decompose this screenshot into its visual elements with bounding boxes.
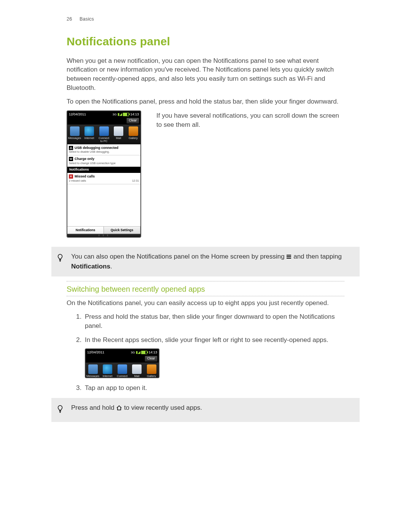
network-type-icon: 3G xyxy=(113,112,117,117)
screenshot-notifications-panel: 12/04/2011 3G ▮◢ 14:13 Clear Messages In… xyxy=(67,110,141,238)
usb-icon: Ψ xyxy=(69,157,73,161)
status-date: 12/04/2011 xyxy=(87,350,104,355)
missed-call-icon: ✕ xyxy=(69,174,73,179)
battery-icon xyxy=(123,113,129,116)
menu-icon xyxy=(286,253,292,262)
subheading: Switching between recently opened apps xyxy=(67,284,344,294)
signal-icon: ▮◢ xyxy=(118,112,122,117)
tip-bulb-icon xyxy=(56,252,64,265)
battery-icon xyxy=(141,351,147,354)
tab-notifications[interactable]: Notifications xyxy=(67,226,104,234)
tip-text: Press and hold to view recently used app… xyxy=(71,403,202,413)
page-title: Notifications panel xyxy=(67,34,344,50)
chapter-name: Basics xyxy=(80,16,94,22)
status-icons: 3G ▮◢ 14:13 xyxy=(113,112,139,117)
signal-icon: ▮◢ xyxy=(136,350,140,355)
recent-apps-row: Messages Internet Connect to PC Mail Gal… xyxy=(86,363,159,379)
status-date: 12/04/2011 xyxy=(69,112,86,117)
step-1: Press and hold the status bar, then slid… xyxy=(83,312,344,331)
recent-app-internet[interactable]: Internet xyxy=(83,126,96,143)
tab-quick-settings[interactable]: Quick Settings xyxy=(104,226,140,234)
steps-list: Press and hold the status bar, then slid… xyxy=(67,312,344,393)
messages-icon xyxy=(88,364,98,374)
tip-text: You can also open the Notifications pane… xyxy=(71,252,354,271)
connect-pc-icon xyxy=(99,126,109,136)
recent-app-connect-pc[interactable]: Connect to PC xyxy=(115,364,129,379)
notification-usb-debugging[interactable]: ⚠USB debugging connected Select to disab… xyxy=(67,144,140,156)
clear-row: Clear xyxy=(67,117,140,125)
step-2: In the Recent apps section, slide your f… xyxy=(83,335,344,378)
recent-app-mail[interactable]: Mail xyxy=(130,364,144,379)
tip-box-1: You can also open the Notifications pane… xyxy=(51,247,360,276)
sub-paragraph: On the Notifications panel, you can easi… xyxy=(67,299,344,308)
home-icon xyxy=(116,404,122,413)
internet-icon xyxy=(103,364,112,374)
recent-app-gallery[interactable]: Gallery xyxy=(145,364,158,379)
warning-icon: ⚠ xyxy=(69,146,73,150)
svg-rect-0 xyxy=(287,255,291,256)
status-time: 14:13 xyxy=(130,112,139,117)
recent-apps-row: Messages Internet Connect to PC Mail Gal… xyxy=(67,125,140,144)
recent-app-mail[interactable]: Mail xyxy=(112,126,126,143)
tip-bulb-icon xyxy=(56,403,64,417)
svg-rect-2 xyxy=(287,258,291,259)
screenshot-recent-apps: 12/04/2011 3G ▮◢ 14:13 Clear Messages xyxy=(85,348,159,378)
step-3: Tap an app to open it. xyxy=(83,383,344,393)
figure-row: 12/04/2011 3G ▮◢ 14:13 Clear Messages In… xyxy=(67,110,344,238)
intro-paragraph-1: When you get a new notification, you can… xyxy=(67,56,344,93)
status-bar: 12/04/2011 3G ▮◢ 14:13 xyxy=(86,349,159,355)
bottom-tabs: Notifications Quick Settings xyxy=(67,226,140,234)
notification-charge-only[interactable]: ΨCharge only Select to change USB connec… xyxy=(67,155,140,167)
recent-app-messages[interactable]: Messages xyxy=(86,364,100,379)
clear-row: Clear xyxy=(86,355,159,363)
side-note: If you have several notifications, you c… xyxy=(156,111,344,129)
status-icons: 3G ▮◢ 14:13 xyxy=(131,350,157,355)
empty-area xyxy=(67,184,140,226)
intro-paragraph-2: To open the Notifications panel, press a… xyxy=(67,97,344,106)
connect-pc-icon xyxy=(118,364,127,374)
mail-icon xyxy=(132,364,142,374)
svg-rect-1 xyxy=(287,256,291,257)
notifications-section-header: Notifications xyxy=(67,167,140,173)
running-header: 26 Basics xyxy=(67,16,344,23)
recent-app-gallery[interactable]: Gallery xyxy=(126,126,140,143)
gallery-icon xyxy=(129,126,138,136)
recent-app-connect-pc[interactable]: Connect to PC xyxy=(97,126,111,143)
recent-app-internet[interactable]: Internet xyxy=(101,364,115,379)
gallery-icon xyxy=(147,364,156,374)
figure-side-text: If you have several notifications, you c… xyxy=(156,110,344,134)
recent-app-messages[interactable]: Messages xyxy=(68,126,81,143)
notifications-list: ⚠USB debugging connected Select to disab… xyxy=(67,144,140,237)
clear-button[interactable]: Clear xyxy=(126,118,139,124)
messages-icon xyxy=(70,126,80,136)
notification-missed-calls[interactable]: ✕Missed calls 2 missed calls12:31 xyxy=(67,173,140,184)
clear-button[interactable]: Clear xyxy=(145,356,158,362)
page: 26 Basics Notifications panel When you g… xyxy=(0,0,411,532)
status-bar: 12/04/2011 3G ▮◢ 14:13 xyxy=(67,111,140,117)
status-time: 14:13 xyxy=(148,350,157,355)
page-number: 26 xyxy=(67,16,72,22)
drag-handle[interactable]: ≡ ≡ ≡ xyxy=(67,234,140,237)
mail-icon xyxy=(114,126,123,136)
tip-box-2: Press and hold to view recently used app… xyxy=(51,398,360,422)
separator xyxy=(67,281,344,281)
internet-icon xyxy=(84,126,94,136)
network-type-icon: 3G xyxy=(131,350,135,355)
separator xyxy=(67,296,344,296)
